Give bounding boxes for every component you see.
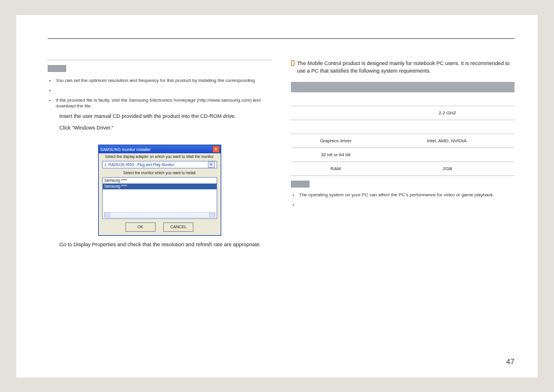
note-item: If the provided file is faulty, visit th… — [56, 98, 271, 110]
installer-window: SAMSUNG monitor installer × Select the d… — [98, 145, 221, 236]
adapter-combobox[interactable]: 1: RADEON 9550 · Plug and Play Monitor ▾ — [102, 161, 217, 168]
scrollbar[interactable] — [104, 212, 215, 218]
note-item — [56, 88, 271, 94]
table-row: Graphics driver Intel, AMD, NVIDIA. — [291, 134, 515, 148]
two-column-layout: You can set the optimum resolution and f… — [48, 60, 515, 247]
table-header-cell — [380, 82, 515, 92]
dotted-rule — [48, 60, 271, 60]
left-column: You can set the optimum resolution and f… — [48, 60, 271, 247]
table-header-row — [291, 82, 515, 92]
table-cell — [291, 106, 380, 120]
system-requirements-table: 2.2 GHZ Graphics driver Intel, AMD, NVID… — [291, 82, 515, 176]
section-tag — [48, 65, 66, 72]
note-item — [299, 202, 515, 208]
table-row: 2.2 GHZ — [291, 106, 515, 120]
document-page: You can set the optimum resolution and f… — [16, 15, 538, 377]
note-list: You can set the optimum resolution and f… — [48, 78, 271, 110]
table-cell: 2.2 GHZ — [380, 106, 515, 120]
note-list: The operating system on your PC can affe… — [291, 192, 515, 208]
right-column: The Mobile Control product is designed m… — [291, 60, 515, 247]
table-cell — [380, 148, 515, 162]
window-titlebar: SAMSUNG monitor installer × — [99, 145, 221, 153]
combobox-value: 1: RADEON 9550 · Plug and Play Monitor — [105, 161, 174, 168]
top-rule — [48, 38, 515, 39]
instruction-step: Insert the user manual CD provided with … — [59, 113, 271, 119]
table-header-cell — [291, 82, 380, 92]
cancel-button[interactable]: CANCEL — [163, 222, 193, 232]
table-row: RAM 2GB — [291, 162, 515, 176]
table-cell — [380, 92, 515, 106]
installer-prompt: Select the display adapter on which you … — [99, 153, 221, 160]
page-number: 47 — [506, 357, 515, 366]
table-cell: Graphics driver — [291, 134, 380, 148]
figure-caption: Go to Display Properties and check that … — [59, 242, 271, 247]
intro-line: The Mobile Control product is designed m… — [291, 60, 515, 75]
list-item[interactable]: Samsung **** — [103, 184, 217, 189]
list-item[interactable]: Samsung **** — [103, 178, 217, 184]
monitor-listbox[interactable]: Samsung **** Samsung **** — [102, 177, 217, 219]
table-row — [291, 92, 515, 106]
section-tag — [291, 181, 310, 188]
bullet-icon — [291, 60, 294, 66]
table-cell: Intel, AMD, NVIDIA. — [380, 134, 515, 148]
note-item: The operating system on your PC can affe… — [299, 192, 515, 199]
intro-text: The Mobile Control product is designed m… — [297, 60, 515, 75]
instruction-step: Click "Windows Driver." — [59, 125, 271, 131]
table-cell — [291, 92, 380, 106]
table-cell — [380, 120, 515, 134]
close-icon[interactable]: × — [213, 146, 220, 153]
note-item: You can set the optimum resolution and f… — [56, 78, 271, 84]
installer-prompt: Select the monitor which you want to ins… — [99, 170, 221, 176]
ok-button[interactable]: OK — [125, 222, 156, 232]
table-row: 32 bit or 64 bit — [291, 148, 515, 162]
table-cell: 2GB — [380, 162, 515, 176]
table-cell: RAM — [291, 162, 380, 176]
table-row — [291, 120, 515, 134]
table-cell: 32 bit or 64 bit — [291, 148, 380, 162]
window-title: SAMSUNG monitor installer — [100, 148, 213, 152]
chevron-down-icon[interactable]: ▾ — [208, 161, 215, 168]
button-row: OK CANCEL — [99, 220, 221, 235]
table-cell — [291, 120, 380, 134]
